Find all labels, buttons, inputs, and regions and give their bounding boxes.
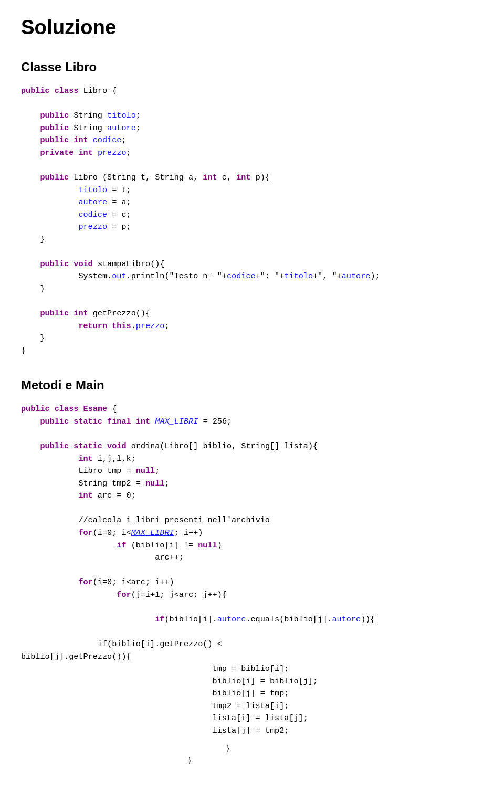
closing-braces: } } bbox=[21, 743, 483, 767]
metodi-main-code: public class Esame { public static final… bbox=[21, 403, 483, 737]
section2-heading: Metodi e Main bbox=[21, 378, 483, 393]
page-title: Soluzione bbox=[21, 16, 483, 39]
classe-libro-code: public class Libro { public String titol… bbox=[21, 85, 483, 357]
section1-heading: Classe Libro bbox=[21, 60, 483, 75]
